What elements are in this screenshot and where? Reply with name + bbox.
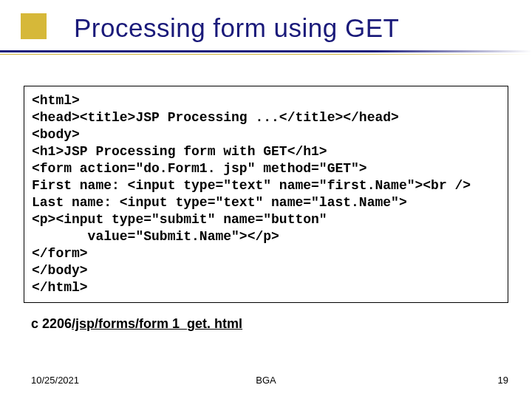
code-box: <html> <head><title>JSP Processing ...</… xyxy=(24,86,508,303)
footer-page-number: 19 xyxy=(498,375,508,386)
file-path: c 2206/jsp/forms/form 1_get. html xyxy=(31,316,532,332)
title-underline-secondary xyxy=(0,54,532,55)
file-path-link: /jsp/forms/form 1_get. html xyxy=(72,316,242,331)
file-path-prefix: c 2206 xyxy=(31,316,72,331)
title-underline-primary xyxy=(0,50,532,52)
footer-center: BGA xyxy=(256,375,276,386)
accent-square xyxy=(21,13,47,39)
slide-header: Processing form using GET xyxy=(0,0,532,50)
footer-date: 10/25/2021 xyxy=(31,375,79,386)
slide-title: Processing form using GET xyxy=(74,13,532,43)
